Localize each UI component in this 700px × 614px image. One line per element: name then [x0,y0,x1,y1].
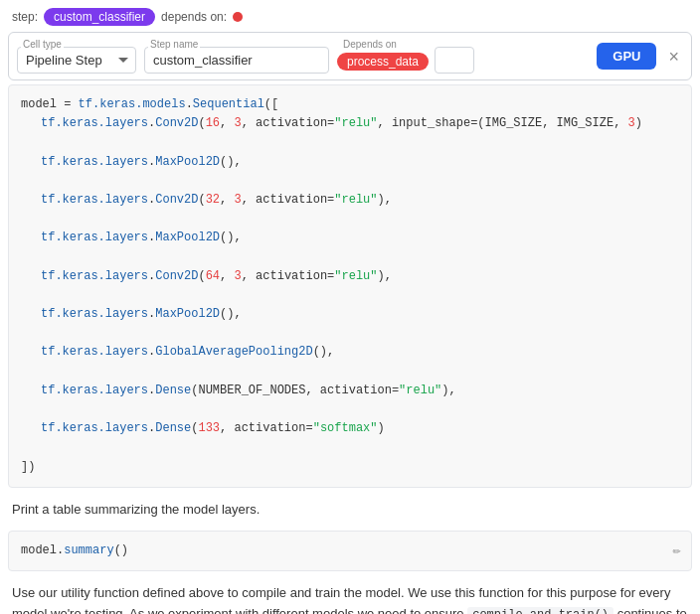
edit-icon-1[interactable]: ✏ [673,539,681,561]
depends-on-badge: process_data [337,53,429,71]
close-button[interactable]: × [664,48,683,66]
step-name-label: Step name [148,39,200,50]
step1-dot [233,12,243,22]
depends-on-group: Depends on process_data [337,47,474,74]
cell-type-label: Cell type [21,39,64,50]
inline-code-compile: compile_and_train() [467,607,613,614]
step1-bar: step: custom_classifier depends on: [0,0,700,32]
gpu-button[interactable]: GPU [597,43,656,70]
code-block-2[interactable]: model.summary() ✏ [8,531,692,571]
step1-depends-label: depends on: [161,10,227,24]
text-block-2: Use our utility function defined above t… [0,575,700,614]
step1-badge: custom_classifier [44,8,155,26]
step-name-input[interactable] [144,47,329,74]
depends-on-label: Depends on [341,39,399,50]
code-block-1: model = tf.keras.models.Sequential([ tf.… [8,84,692,488]
step-name-group: Step name [144,47,329,74]
text-block-1: Print a table summarizing the model laye… [0,492,700,528]
text1-content: Print a table summarizing the model laye… [12,502,260,517]
cell-type-group: Cell type Pipeline Step [17,47,136,74]
depends-on-select[interactable] [435,47,474,74]
step1-label: step: [12,10,38,24]
toolbar: Cell type Pipeline Step Step name Depend… [8,32,692,80]
cell-type-select[interactable]: Pipeline Step [17,47,136,74]
